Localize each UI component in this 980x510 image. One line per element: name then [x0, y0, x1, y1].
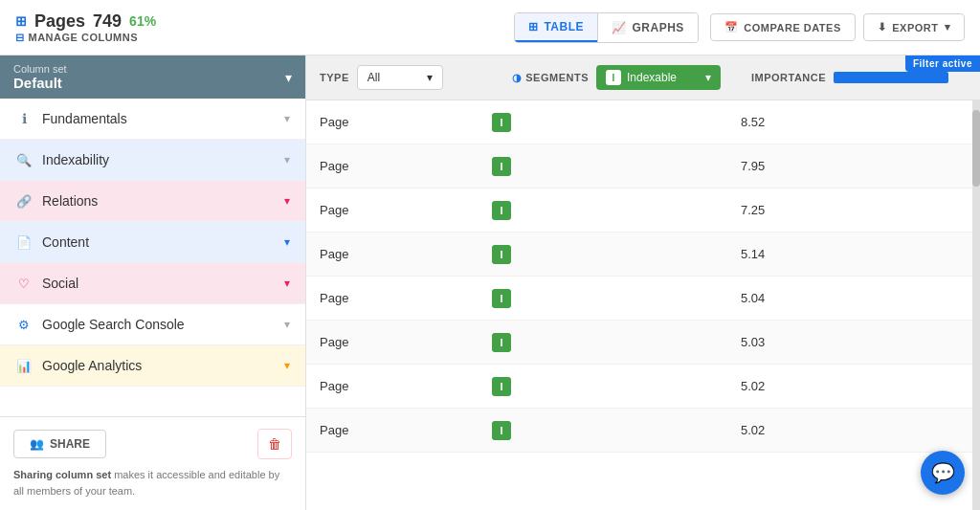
importance-column-header: IMPORTANCE [751, 72, 826, 83]
column-set-header[interactable]: Column set Default ▾ [0, 55, 305, 99]
segments-column-header: ◑ SEGMENTS [512, 72, 589, 84]
export-icon: ⬇ [878, 21, 887, 33]
cell-segment: I [492, 201, 722, 220]
manage-columns-button[interactable]: ⊟ MANAGE COLUMNS [15, 32, 156, 44]
sidebar-item-relations[interactable]: 🔗 Relations ▾ [0, 181, 305, 222]
cell-importance: 5.14 [722, 247, 959, 261]
main-layout: Column set Default ▾ ℹ Fundamentals ▾ 🔍 … [0, 55, 980, 510]
share-icon: 👥 [30, 437, 44, 451]
table-row[interactable]: Page I 5.14 [306, 233, 972, 277]
indexability-label: Indexability [42, 152, 275, 167]
table-row[interactable]: Page I 8.52 [306, 100, 972, 144]
view-tabs: ⊞ TABLE 📈 GRAPHS [514, 12, 699, 43]
column-set-label: Column set [13, 63, 67, 75]
export-chevron-icon: ▾ [945, 21, 951, 33]
cell-type: Page [320, 115, 492, 129]
export-label: EXPORT [892, 22, 938, 33]
sidebar-items: ℹ Fundamentals ▾ 🔍 Indexability ▾ 🔗 Rela… [0, 99, 305, 416]
cell-type: Page [320, 159, 492, 173]
sidebar-item-fundamentals[interactable]: ℹ Fundamentals ▾ [0, 99, 305, 140]
table-row[interactable]: Page I 5.02 [306, 365, 972, 409]
table-row[interactable]: Page I 5.04 [306, 277, 972, 321]
table-row[interactable]: Page I 5.03 [306, 321, 972, 365]
chat-bubble-button[interactable]: 💬 [921, 451, 965, 495]
cell-segment: I [492, 157, 722, 176]
scrollbar[interactable] [972, 100, 980, 510]
cell-segment: I [492, 333, 722, 352]
data-table: Page I 8.52 Page I 7.95 Page I 7.25 Page… [306, 100, 972, 510]
delete-button[interactable]: 🗑 [257, 429, 292, 459]
table-row[interactable]: Page I 5.02 [306, 409, 972, 453]
type-chevron-icon: ▾ [427, 71, 433, 84]
sidebar-item-gsc[interactable]: ⚙ Google Search Console ▾ [0, 304, 305, 345]
cell-segment: I [492, 421, 722, 440]
social-icon: ♡ [15, 277, 33, 291]
cell-segment: I [492, 113, 722, 132]
info-icon: ℹ [15, 111, 33, 126]
cell-type: Page [320, 379, 492, 393]
tab-graphs[interactable]: 📈 GRAPHS [597, 13, 698, 42]
cell-segment: I [492, 289, 722, 308]
cell-type: Page [320, 247, 492, 261]
segments-filter-section: ◑ SEGMENTS I Indexable ▾ [512, 65, 721, 90]
fundamentals-chevron-icon: ▾ [284, 112, 290, 125]
export-button[interactable]: ⬇ EXPORT ▾ [863, 13, 965, 41]
cell-type: Page [320, 203, 492, 217]
cell-type: Page [320, 423, 492, 437]
segment-value: Indexable [627, 71, 677, 84]
type-dropdown[interactable]: All ▾ [357, 65, 443, 90]
sidebar-item-indexability[interactable]: 🔍 Indexability ▾ [0, 140, 305, 181]
top-bar-actions: 📅 COMPARE DATES ⬇ EXPORT ▾ [710, 13, 965, 41]
manage-columns-label: MANAGE COLUMNS [29, 32, 139, 43]
i-badge: I [492, 157, 511, 176]
gsc-label: Google Search Console [42, 317, 275, 332]
filter-bar: TYPE All ▾ ◑ SEGMENTS I Indexable ▾ IM [306, 55, 980, 100]
type-column-header: TYPE [320, 72, 349, 83]
tab-table[interactable]: ⊞ TABLE [515, 13, 597, 42]
chat-icon: 💬 [931, 461, 955, 484]
graphs-tab-icon: 📈 [612, 21, 627, 34]
cell-importance: 5.02 [722, 423, 959, 437]
table-row[interactable]: Page I 7.95 [306, 144, 972, 188]
scrollbar-thumb[interactable] [972, 110, 980, 187]
footer-bold: Sharing column set [13, 469, 111, 480]
table-row[interactable]: Page I 7.25 [306, 188, 972, 233]
gsc-chevron-icon: ▾ [284, 318, 290, 331]
gsc-icon: ⚙ [15, 318, 33, 332]
segment-dropdown[interactable]: I Indexable ▾ [596, 65, 721, 90]
content-label: Content [42, 234, 275, 250]
cell-importance: 5.04 [722, 291, 959, 305]
footer-text: Sharing column set makes it accessible a… [13, 467, 292, 499]
column-set-chevron-icon: ▾ [285, 70, 292, 85]
cell-segment: I [492, 377, 722, 396]
relations-label: Relations [42, 193, 275, 209]
content-chevron-icon: ▾ [284, 235, 290, 249]
cell-importance: 7.95 [722, 159, 959, 173]
calendar-icon: 📅 [724, 21, 739, 33]
header-title: Pages [34, 11, 85, 32]
document-icon: 📄 [15, 235, 33, 250]
i-badge: I [492, 421, 511, 440]
top-bar-left: ⊞ Pages 749 61% ⊟ MANAGE COLUMNS [15, 11, 156, 44]
share-label: SHARE [50, 437, 90, 451]
sidebar-item-content[interactable]: 📄 Content ▾ [0, 222, 305, 263]
filter-active-badge: Filter active [905, 55, 980, 72]
share-button[interactable]: 👥 SHARE [13, 430, 106, 458]
cell-segment: I [492, 245, 722, 264]
search-icon: 🔍 [15, 153, 33, 167]
compare-dates-button[interactable]: 📅 COMPARE DATES [710, 13, 856, 41]
i-badge: I [492, 113, 511, 132]
indexability-chevron-icon: ▾ [284, 153, 290, 166]
social-label: Social [42, 276, 275, 291]
cell-type: Page [320, 335, 492, 349]
cell-importance: 5.03 [722, 335, 959, 349]
segments-pie-icon: ◑ [512, 72, 523, 84]
relations-chevron-icon: ▾ [284, 194, 290, 208]
pages-count: 749 [93, 11, 122, 32]
ga-label: Google Analytics [42, 358, 275, 373]
sidebar-item-social[interactable]: ♡ Social ▾ [0, 263, 305, 304]
cell-type: Page [320, 291, 492, 305]
sidebar-item-ga[interactable]: 📊 Google Analytics ▾ [0, 345, 305, 387]
table-tab-icon: ⊞ [528, 20, 539, 33]
importance-bar [834, 72, 948, 83]
